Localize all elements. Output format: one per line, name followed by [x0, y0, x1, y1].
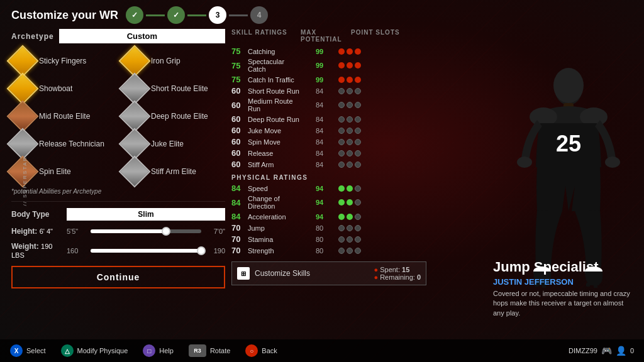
select-action: X Select	[10, 344, 46, 357]
table-row: 60 Release 84	[231, 148, 426, 158]
archetype-select[interactable]: Custom	[59, 29, 225, 43]
rating-dots	[338, 116, 389, 123]
dot	[347, 199, 353, 206]
back-action: ○ Back	[245, 344, 277, 357]
rating-dots	[338, 102, 389, 108]
rating-value: 60	[231, 126, 248, 135]
table-row: 60 Juke Move 84	[231, 126, 426, 135]
rating-value: 75	[231, 47, 248, 56]
dot	[347, 185, 353, 192]
rating-dots	[338, 128, 389, 134]
archetype-label: Archetype	[11, 32, 54, 41]
dot	[347, 62, 353, 69]
step-line-3	[229, 14, 248, 16]
dot	[338, 88, 345, 94]
customize-skills-label: Customize Skills	[255, 269, 369, 278]
deep-route-elite-icon	[123, 105, 146, 128]
mid-route-elite-icon	[11, 105, 34, 128]
content-area: Archetype Custom Sticky Fingers Iron Gri…	[11, 29, 638, 356]
body-type-row: Body Type Slim	[11, 208, 225, 221]
svg-point-1	[553, 68, 584, 103]
dot	[338, 102, 345, 108]
rating-value: 70	[231, 234, 248, 244]
help-label: Help	[159, 347, 174, 354]
rating-dots	[338, 88, 389, 94]
dot	[338, 185, 345, 192]
continue-button[interactable]: Continue	[11, 266, 225, 288]
rating-name: Release	[248, 150, 301, 157]
body-type-value[interactable]: Slim	[67, 208, 225, 221]
archetype-item-name: Juke Elite	[151, 140, 184, 148]
rating-max: 94	[301, 185, 338, 192]
rating-name: Speed	[248, 185, 301, 192]
weight-min: 160	[67, 247, 86, 255]
archetype-item-name: Showboat	[39, 84, 72, 93]
x-button-icon: X	[10, 344, 23, 357]
dot	[355, 102, 361, 108]
rating-value: 75	[231, 61, 248, 70]
rating-dots	[338, 199, 389, 206]
physical-section-header: PHYSICAL RATINGS	[231, 174, 426, 181]
rating-max: 84	[301, 116, 338, 123]
dot	[338, 199, 345, 206]
step-1: ✓	[126, 6, 143, 24]
rating-max: 84	[301, 161, 338, 168]
square-button-icon: □	[143, 344, 155, 357]
showboat-icon	[11, 77, 34, 100]
rating-name: Jump	[248, 224, 301, 232]
customize-skills-row[interactable]: ⊞ Customize Skills ● Spent: 15 ● Remaini…	[231, 261, 426, 285]
list-item[interactable]: Juke Elite	[123, 133, 225, 155]
dot	[355, 77, 361, 83]
dot	[338, 236, 345, 243]
weight-slider[interactable]	[91, 249, 201, 253]
table-row: 60 Short Route Run 84	[231, 86, 426, 96]
rating-dots	[338, 62, 389, 69]
rating-name: Deep Route Run	[248, 116, 301, 123]
rating-dots	[338, 48, 389, 55]
list-item[interactable]: Deep Route Elite	[123, 105, 225, 128]
list-item[interactable]: Mid Route Elite	[11, 105, 113, 128]
rating-name: Short Route Run	[248, 87, 301, 95]
svg-point-8	[605, 156, 620, 168]
list-item[interactable]: Sticky Fingers	[11, 50, 113, 72]
table-row: 84 Speed 94	[231, 184, 426, 193]
dot	[338, 162, 345, 168]
col-max: MAX POTENTIAL	[301, 29, 351, 43]
dot	[355, 128, 361, 134]
profile-icon: 👤	[616, 346, 626, 356]
dot	[347, 139, 353, 145]
height-slider[interactable]	[91, 229, 201, 233]
dot	[338, 214, 345, 220]
dot	[347, 150, 353, 156]
list-item[interactable]: Iron Grip	[123, 50, 225, 72]
dot	[347, 88, 353, 94]
table-row: 70 Jump 80	[231, 223, 426, 233]
rating-name: Spin Move	[248, 138, 301, 146]
step-2: ✓	[167, 6, 185, 24]
archetype-item-name: Iron Grip	[151, 57, 180, 65]
rating-value: 60	[231, 160, 248, 169]
list-item[interactable]: Short Route Elite	[123, 77, 225, 100]
rating-max: 99	[301, 76, 338, 84]
rating-dots	[338, 214, 389, 220]
username-display: DIMZZ99 🎮 👤 0	[569, 346, 634, 356]
archetype-row: Archetype Custom	[11, 29, 225, 43]
player-info: Jump Specialist JUSTIN JEFFERSON Covered…	[493, 260, 631, 318]
rating-value: 84	[231, 198, 248, 207]
weight-label: Weight: 190 LBS	[11, 242, 62, 260]
list-item[interactable]: Release Technician	[11, 133, 113, 155]
l3-button-icon: R3	[189, 344, 206, 357]
customize-skills-icon: ⊞	[237, 267, 250, 280]
rotate-label: Rotate	[210, 347, 230, 354]
height-min: 5'5"	[67, 228, 86, 235]
archetype-item-name: Short Route Elite	[151, 84, 208, 93]
rating-name: Acceleration	[248, 213, 301, 221]
release-tech-icon	[11, 133, 34, 155]
rating-name: Change of Direction	[248, 195, 301, 210]
dot	[355, 185, 361, 192]
rating-name: Medium Route Run	[248, 97, 301, 112]
list-item[interactable]: Stiff Arm Elite	[123, 160, 225, 183]
rating-dots	[338, 162, 389, 168]
archetype-item-name: Sticky Fingers	[39, 57, 86, 65]
list-item[interactable]: Showboat	[11, 77, 113, 100]
